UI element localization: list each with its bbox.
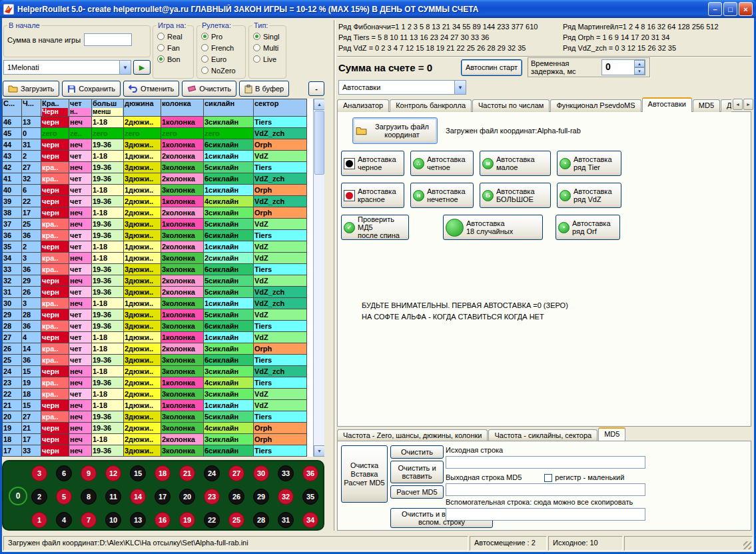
- chevron-down-icon[interactable]: ▼: [119, 61, 131, 74]
- tab-scroll-left-icon[interactable]: ◄: [733, 99, 743, 110]
- table-row[interactable]: 3922чернчет19-362дюжи..1колонка4сиклайнV…: [3, 196, 307, 207]
- table-row[interactable]: 1817черннеч1-182дюжи..2колонка3сиклайнOr…: [3, 434, 307, 445]
- table-row[interactable]: 274чернчет1-181дюжи..1колонка1сиклайнVdZ: [3, 332, 307, 343]
- clear-paste-button[interactable]: Очистить и вставить: [390, 461, 444, 483]
- table-row[interactable]: 1921черннеч19-362дюжи..3колонка4сиклайнO…: [3, 423, 307, 434]
- bottom-tab-0[interactable]: Частота - Zero, шансы, дюжины, колонки: [337, 429, 488, 441]
- source-string-input[interactable]: [446, 456, 645, 469]
- table-row[interactable]: 3229черннеч19-363дюжи..2колонка5сиклайнV…: [3, 275, 307, 287]
- wheel-number-3[interactable]: 3: [31, 465, 47, 481]
- collapse-button[interactable]: -: [308, 81, 324, 96]
- table-row[interactable]: 2218кра..чет1-182дюжи..3колонка3сиклайнV…: [3, 389, 307, 400]
- wheel-number-26[interactable]: 26: [228, 489, 244, 505]
- maximize-button[interactable]: □: [723, 2, 737, 16]
- wheel-number-35[interactable]: 35: [302, 489, 318, 505]
- tab-scroll-right-icon[interactable]: ►: [743, 99, 753, 110]
- radio-fan[interactable]: Fan: [153, 42, 193, 53]
- wheel-number-22[interactable]: 22: [204, 512, 220, 528]
- wheel-number-34[interactable]: 34: [302, 512, 318, 528]
- main-tab-1[interactable]: Контроль банкролла: [390, 99, 472, 112]
- output-md5-input[interactable]: [446, 483, 645, 496]
- autobet-button[interactable]: Автоставкакрасное: [341, 183, 404, 208]
- scroll-down-icon[interactable]: ▼: [314, 445, 324, 457]
- wheel-number-8[interactable]: 8: [81, 489, 97, 505]
- column-header[interactable]: колонка: [161, 99, 204, 117]
- title-bar[interactable]: HelperRoullet 5.0- create helperroullet@…: [0, 0, 756, 18]
- load-coords-button[interactable]: Загрузить файл координат: [352, 117, 438, 144]
- wheel-number-6[interactable]: 6: [56, 465, 72, 481]
- wheel-number-19[interactable]: 19: [179, 512, 195, 528]
- delay-spinner[interactable]: 0 ▲ ▼: [601, 59, 645, 75]
- resize-grip[interactable]: [743, 541, 751, 549]
- wheel-number-5[interactable]: 5: [56, 489, 72, 505]
- table-row[interactable]: 3817черннеч1-182дюжи..2колонка3сиклайнOr…: [3, 207, 307, 219]
- column-header[interactable]: Кра..Черн: [41, 99, 69, 117]
- table-row[interactable]: 432чернчет1-181дюжи..2колонка1сиклайнVdZ: [3, 151, 307, 162]
- bottom-tab-2[interactable]: MD5: [598, 427, 625, 441]
- column-header[interactable]: сектор: [254, 99, 307, 117]
- wheel-number-20[interactable]: 20: [179, 489, 195, 505]
- main-tab-3[interactable]: Функционал PsevdoMS: [550, 99, 641, 112]
- autobets-combobox[interactable]: Автоставки ▼: [338, 80, 466, 95]
- wheel-number-14[interactable]: 14: [130, 489, 146, 505]
- column-header[interactable]: сиклайн: [204, 99, 254, 117]
- chevron-down-icon[interactable]: ▼: [454, 81, 466, 94]
- radio-pro[interactable]: Pro: [197, 31, 245, 42]
- table-row[interactable]: 4132кра..чет19-363дюжи..2колонка6сиклайн…: [3, 173, 307, 185]
- table-row[interactable]: 2027кра..неч19-363дюжи..3колонка5сиклайн…: [3, 411, 307, 423]
- table-row[interactable]: 4227кра..неч19-363дюжи..3колонка5сиклайн…: [3, 162, 307, 173]
- autobet-button[interactable]: •Автоставкаряд Tier: [557, 151, 621, 176]
- radio-live[interactable]: Live: [249, 53, 286, 65]
- table-row[interactable]: 3126чернчет19-363дюжи..2колонка5сиклайнV…: [3, 287, 307, 298]
- save-button[interactable]: Сохранить: [62, 81, 121, 97]
- profile-combobox[interactable]: 1Melonati ▼: [3, 60, 131, 75]
- autobet-button[interactable]: ✓Проверить МД5после спина: [341, 215, 409, 240]
- autobet-button[interactable]: •Автоставкаряд VdZ: [557, 183, 621, 208]
- main-tab-5[interactable]: MD5: [693, 99, 720, 112]
- radio-french[interactable]: French: [197, 42, 245, 53]
- wheel-number-36[interactable]: 36: [302, 465, 318, 481]
- wheel-number-21[interactable]: 21: [179, 465, 195, 481]
- column-header[interactable]: большменш: [92, 99, 124, 117]
- wheel-number-30[interactable]: 30: [253, 465, 269, 481]
- wheel-number-24[interactable]: 24: [204, 465, 220, 481]
- table-row[interactable]: 2836кра..чет19-363дюжи..3колонка6сиклайн…: [3, 321, 307, 332]
- wheel-number-29[interactable]: 29: [253, 489, 269, 505]
- wheel-number-18[interactable]: 18: [155, 465, 171, 481]
- main-tab-0[interactable]: Анализатор: [337, 99, 389, 112]
- autobet-button[interactable]: Автоставкачерное: [341, 151, 404, 176]
- autobet-button[interactable]: нАвтоставканечетное: [410, 183, 474, 208]
- table-row[interactable]: 2115черннеч1-181дюжи..1колонка1сиклайнVd…: [3, 400, 307, 411]
- autobet-button[interactable]: ∴Автоставкачетное: [410, 151, 474, 176]
- table-row[interactable]: 2319кра..неч19-362дюжи..1колонка4сиклайн…: [3, 377, 307, 389]
- table-row[interactable]: 2614кра..чет1-182дюжи..2колонка3сиклайнO…: [3, 343, 307, 355]
- wheel-number-4[interactable]: 4: [56, 512, 72, 528]
- table-scrollbar[interactable]: ▲ ▼: [313, 99, 324, 457]
- wheel-number-2[interactable]: 2: [31, 489, 47, 505]
- autospin-start-button[interactable]: Автоспин старт: [461, 59, 522, 76]
- radio-singl[interactable]: Singl: [249, 31, 286, 42]
- register-checkbox[interactable]: регистр - маленький: [544, 473, 624, 482]
- aux-string-input[interactable]: [446, 508, 645, 521]
- table-row[interactable]: 343кра..неч1-181дюжи..3колонка2сиклайнVd…: [3, 253, 307, 264]
- column-header[interactable]: дюжина: [124, 99, 161, 117]
- radio-bon[interactable]: Bon: [153, 53, 193, 65]
- spin-up-icon[interactable]: ▲: [634, 60, 645, 67]
- column-header[interactable]: Ч...: [22, 99, 41, 117]
- table-row[interactable]: 4613черннеч1-182дюжи..1колонка3сиклайнTi…: [3, 117, 307, 128]
- radio-real[interactable]: Real: [153, 31, 193, 42]
- minimize-button[interactable]: –: [708, 2, 722, 16]
- table-row[interactable]: 3336кра..чет19-363дюжи..3колонка6сиклайн…: [3, 264, 307, 275]
- wheel-number-13[interactable]: 13: [130, 512, 146, 528]
- spin-down-icon[interactable]: ▼: [634, 67, 645, 75]
- wheel-number-28[interactable]: 28: [253, 512, 269, 528]
- autobet-button[interactable]: БАвтоставкаБОЛЬШОЕ: [480, 183, 551, 208]
- table-row[interactable]: 406чернчет1-181дюжи..3колонка1сиклайнOrp…: [3, 185, 307, 196]
- wheel-number-9[interactable]: 9: [81, 465, 97, 481]
- wheel-number-15[interactable]: 15: [130, 465, 146, 481]
- clear-button[interactable]: Очистить: [390, 445, 444, 459]
- wheel-number-31[interactable]: 31: [278, 512, 294, 528]
- main-tab-4[interactable]: Автоставки: [642, 97, 692, 112]
- play-button[interactable]: ▶: [133, 60, 151, 75]
- column-header[interactable]: С...: [3, 99, 22, 117]
